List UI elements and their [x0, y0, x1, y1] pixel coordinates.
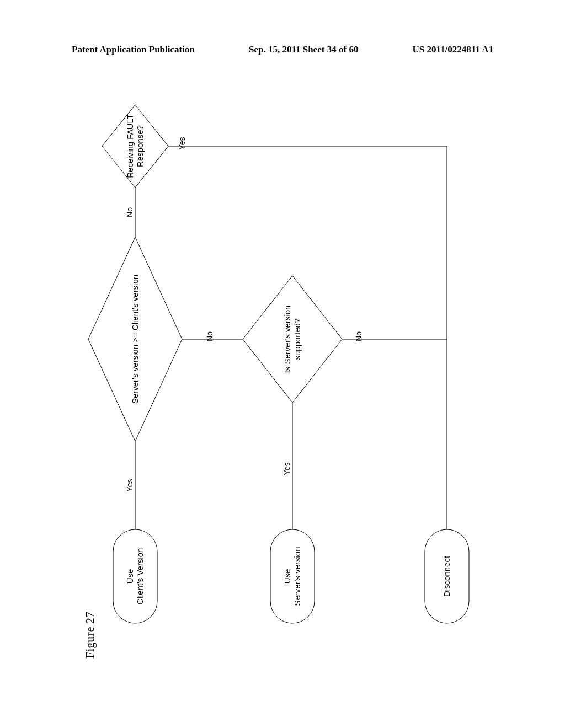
- d2-yes-label: Yes: [125, 479, 134, 492]
- d1-line2: Response?: [135, 125, 145, 167]
- d1-line1: Receiving FAULT: [125, 114, 135, 178]
- decision-version-compare: Server's version >= Client's version: [88, 237, 182, 441]
- t1-line2: Client's Version: [135, 548, 145, 605]
- page-header: Patent Application Publication Sep. 15, …: [0, 44, 565, 55]
- d3-no-label: No: [354, 331, 363, 341]
- t3-line1: Disconnect: [442, 555, 451, 597]
- header-left: Patent Application Publication: [72, 44, 195, 55]
- t2-line2: Server's version: [292, 547, 302, 606]
- d1-yes-label: Yes: [178, 137, 186, 150]
- header-right: US 2011/0224811 A1: [413, 44, 493, 55]
- d2-no-label: No: [205, 331, 214, 341]
- edge-d2-no: No: [182, 331, 243, 341]
- header-center: Sep. 15, 2011 Sheet 34 of 60: [249, 44, 358, 55]
- decision-server-supported: Is Server's version supported?: [243, 276, 342, 403]
- edge-d3-no: No: [342, 331, 447, 341]
- d3-line2: supported?: [292, 318, 302, 360]
- d1-no-label: No: [125, 207, 134, 217]
- decision-receiving-fault: Receiving FAULT Response?: [102, 105, 168, 188]
- t2-line1: Use: [282, 569, 292, 584]
- edge-d1-no: No: [125, 188, 135, 237]
- d2-line1: Server's version >= Client's version: [130, 275, 140, 404]
- terminal-use-client-version: Use Client's Version: [113, 529, 157, 623]
- edge-d3-yes: Yes: [282, 403, 292, 529]
- flowchart: Receiving FAULT Response? Yes No Server'…: [72, 88, 491, 667]
- terminal-disconnect: Disconnect: [425, 529, 469, 623]
- d3-yes-label: Yes: [282, 463, 291, 475]
- terminal-use-server-version: Use Server's version: [270, 529, 315, 623]
- edge-d2-yes: Yes: [125, 441, 135, 529]
- d3-line1: Is Server's version: [282, 306, 292, 373]
- t1-line1: Use: [125, 569, 135, 584]
- figure-caption: Figure 27: [83, 612, 97, 659]
